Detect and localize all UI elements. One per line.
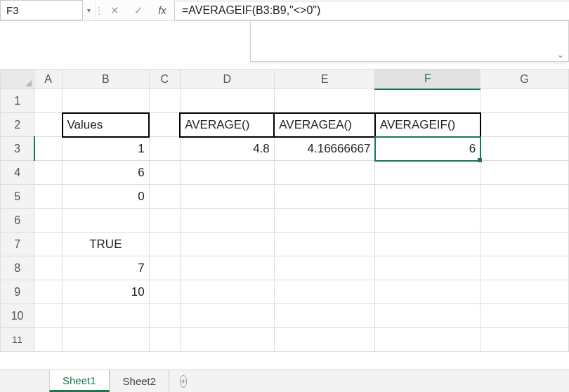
cell-C2[interactable] <box>149 113 180 137</box>
cell-G8[interactable] <box>480 256 569 280</box>
add-sheet-button[interactable]: + <box>169 370 197 392</box>
fx-label[interactable]: fx <box>150 4 174 16</box>
cell-E3[interactable]: 4.16666667 <box>274 137 375 161</box>
cell-D10[interactable] <box>180 304 274 328</box>
row-header-5[interactable]: 5 <box>1 185 34 209</box>
cell-C1[interactable] <box>149 89 180 113</box>
cell-E4[interactable] <box>274 161 375 185</box>
cell-E5[interactable] <box>274 185 375 209</box>
cell-A6[interactable] <box>34 209 63 233</box>
cell-E9[interactable] <box>274 280 375 304</box>
row-header-3[interactable]: 3 <box>1 137 34 161</box>
cell-F9[interactable] <box>375 280 480 304</box>
row-header-9[interactable]: 9 <box>1 280 34 304</box>
cancel-button[interactable]: ✕ <box>103 4 126 17</box>
cell-A4[interactable] <box>34 161 63 185</box>
cell-F11[interactable] <box>375 328 480 352</box>
cell-G9[interactable] <box>480 280 569 304</box>
cell-C3[interactable] <box>149 137 180 161</box>
cell-G10[interactable] <box>480 304 569 328</box>
cell-D4[interactable] <box>180 161 274 185</box>
cell-A8[interactable] <box>34 256 63 280</box>
cell-A2[interactable] <box>34 113 63 137</box>
cell-E2[interactable]: AVERAGEA() <box>274 113 375 137</box>
cell-G4[interactable] <box>480 161 569 185</box>
row-header-7[interactable]: 7 <box>1 233 34 256</box>
cell-F10[interactable] <box>375 304 480 328</box>
cell-A5[interactable] <box>34 185 63 209</box>
cell-G5[interactable] <box>480 185 569 209</box>
row-header-6[interactable]: 6 <box>1 209 34 233</box>
cell-C7[interactable] <box>149 233 180 256</box>
cell-E10[interactable] <box>274 304 375 328</box>
cell-G7[interactable] <box>480 233 569 256</box>
cell-B6[interactable] <box>63 209 150 233</box>
cell-E6[interactable] <box>274 209 375 233</box>
cell-D1[interactable] <box>180 89 274 113</box>
cell-C5[interactable] <box>149 185 180 209</box>
cell-F6[interactable] <box>375 209 480 233</box>
cell-F8[interactable] <box>375 256 480 280</box>
cell-B11[interactable] <box>63 328 150 352</box>
cell-C6[interactable] <box>149 209 180 233</box>
cell-B9[interactable]: 10 <box>63 280 150 304</box>
cell-E1[interactable] <box>274 89 375 113</box>
cell-F2[interactable]: AVERAGEIF() <box>375 113 480 137</box>
cell-D2[interactable]: AVERAGE() <box>180 113 274 137</box>
tab-sheet2[interactable]: Sheet2 <box>110 370 170 392</box>
cell-A9[interactable] <box>34 280 63 304</box>
cell-D9[interactable] <box>180 280 274 304</box>
cell-C9[interactable] <box>149 280 180 304</box>
cell-F7[interactable] <box>375 233 480 256</box>
col-header-C[interactable]: C <box>149 70 180 89</box>
cell-A1[interactable] <box>34 89 63 113</box>
cell-F5[interactable] <box>375 185 480 209</box>
col-header-B[interactable]: B <box>63 70 150 89</box>
cell-D5[interactable] <box>180 185 274 209</box>
confirm-button[interactable]: ✓ <box>126 4 150 17</box>
spreadsheet-grid[interactable]: A B C D E F G 1 2 <box>0 69 569 370</box>
col-header-G[interactable]: G <box>480 70 569 89</box>
col-header-D[interactable]: D <box>180 70 274 89</box>
cell-A7[interactable] <box>34 233 63 256</box>
cell-C11[interactable] <box>149 328 180 352</box>
cell-F1[interactable] <box>375 89 480 113</box>
row-header-8[interactable]: 8 <box>1 256 34 280</box>
cell-A3[interactable] <box>34 137 63 161</box>
cell-E8[interactable] <box>274 256 375 280</box>
name-box[interactable]: F3 <box>0 0 83 20</box>
col-header-F[interactable]: F <box>375 70 480 89</box>
row-header-11[interactable]: 11 <box>1 328 34 352</box>
col-header-E[interactable]: E <box>274 70 375 89</box>
row-header-1[interactable]: 1 <box>1 89 34 113</box>
cell-G11[interactable] <box>480 328 569 352</box>
cell-B4[interactable]: 6 <box>63 161 150 185</box>
cell-C8[interactable] <box>149 256 180 280</box>
cell-D6[interactable] <box>180 209 274 233</box>
col-header-A[interactable]: A <box>34 70 63 89</box>
select-all-button[interactable] <box>1 70 34 89</box>
cell-G2[interactable] <box>480 113 569 137</box>
cell-C4[interactable] <box>149 161 180 185</box>
cell-G1[interactable] <box>480 89 569 113</box>
cell-E7[interactable] <box>274 233 375 256</box>
cell-F3[interactable]: 6 <box>375 137 480 161</box>
cell-D3[interactable]: 4.8 <box>180 137 274 161</box>
row-header-10[interactable]: 10 <box>1 304 34 328</box>
cell-C10[interactable] <box>149 304 180 328</box>
cell-B1[interactable] <box>63 89 150 113</box>
tab-sheet1[interactable]: Sheet1 <box>49 370 110 392</box>
cell-D8[interactable] <box>180 256 274 280</box>
cell-B7[interactable]: TRUE <box>63 233 150 256</box>
row-header-4[interactable]: 4 <box>1 161 34 185</box>
cell-B10[interactable] <box>63 304 150 328</box>
cell-B8[interactable]: 7 <box>63 256 150 280</box>
formula-input[interactable]: =AVERAGEIF(B3:B9,"<>0") <box>174 1 569 20</box>
cell-D7[interactable] <box>180 233 274 256</box>
cell-G6[interactable] <box>480 209 569 233</box>
formula-bar-expanded[interactable]: ⌄ <box>250 21 569 62</box>
cell-E11[interactable] <box>274 328 375 352</box>
cell-B3[interactable]: 1 <box>63 137 150 161</box>
cell-F4[interactable] <box>375 161 480 185</box>
cell-A10[interactable] <box>34 304 63 328</box>
